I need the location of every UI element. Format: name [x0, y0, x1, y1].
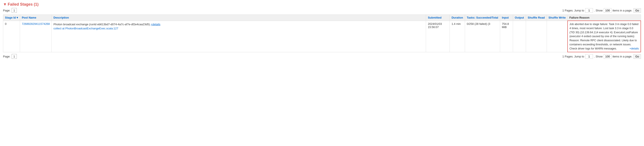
- page-number-top[interactable]: 1: [12, 8, 17, 13]
- page-label-top: Page:: [3, 9, 10, 12]
- cell-input: 754.8 MiB: [500, 21, 513, 52]
- show-label-top: . Show: [594, 9, 603, 12]
- page-number-bottom[interactable]: 1: [12, 54, 17, 59]
- failure-details-link[interactable]: +details: [630, 47, 639, 51]
- pagination-bottom: Page: 1 1 Pages. Jump to . Show items in…: [3, 54, 641, 59]
- col-pool-name[interactable]: Pool Name: [20, 15, 52, 21]
- table-row: 0 726892829411574268 Photon broadcast ex…: [3, 21, 641, 52]
- cell-tasks: 0/258 (28 failed) (3: [465, 21, 500, 52]
- go-button-bottom[interactable]: Go: [634, 54, 641, 59]
- section-title: ▼ Failed Stages (1): [3, 2, 641, 7]
- col-failure-reason: Failure Reason: [568, 15, 641, 21]
- cell-shuffle-read: [526, 21, 547, 52]
- col-shuffle-read[interactable]: Shuffle Read: [526, 15, 547, 21]
- col-tasks: Tasks: Succeeded/Total: [465, 15, 500, 21]
- cell-stage-id: 0: [3, 21, 20, 52]
- jump-input-top[interactable]: [585, 8, 593, 13]
- show-input-top[interactable]: [604, 8, 612, 13]
- col-output[interactable]: Output: [513, 15, 526, 21]
- col-description[interactable]: Description: [52, 15, 426, 21]
- pool-link[interactable]: 726892829411574268: [22, 22, 50, 26]
- cell-submitted: 2024/01/03 15:56:07: [426, 21, 450, 52]
- cell-failure-reason: Job aborted due to stage failure: Task 3…: [568, 21, 641, 52]
- cell-pool-name[interactable]: 726892829411574268: [20, 21, 52, 52]
- cell-description: Photon broadcast exchange (runId eb613bd…: [52, 21, 426, 52]
- table-header-row: Stage Id ▾ Pool Name Description Submitt…: [3, 15, 641, 21]
- failed-stages-table: Stage Id ▾ Pool Name Description Submitt…: [3, 15, 641, 52]
- jump-input-bottom[interactable]: [585, 54, 593, 59]
- desc-sub-link[interactable]: collect at PhotonBroadcastExchangeExec.s…: [54, 27, 118, 30]
- cell-output: [513, 21, 526, 52]
- arrow-icon: ▼: [3, 2, 7, 7]
- col-submitted[interactable]: Submitted: [426, 15, 450, 21]
- items-label-bottom: items in a page.: [612, 55, 632, 58]
- col-duration[interactable]: Duration: [450, 15, 465, 21]
- pages-info-top: 1 Pages. Jump to: [562, 9, 584, 12]
- pagination-top: Page: 1 1 Pages. Jump to . Show items in…: [3, 8, 641, 13]
- go-button-top[interactable]: Go: [634, 8, 641, 13]
- show-label-bottom: . Show: [594, 55, 603, 58]
- cell-duration: 1.4 min: [450, 21, 465, 52]
- items-label-top: items in a page.: [612, 9, 632, 12]
- desc-details-link[interactable]: +details: [150, 23, 160, 26]
- title-text: Failed Stages (1): [8, 2, 38, 7]
- page-label-bottom: Page:: [3, 55, 10, 58]
- col-input[interactable]: Input: [500, 15, 513, 21]
- col-shuffle-write[interactable]: Shuffle Write: [547, 15, 568, 21]
- col-stage-id[interactable]: Stage Id ▾: [3, 15, 20, 21]
- show-input-bottom[interactable]: [604, 54, 612, 59]
- desc-main-text: Photon broadcast exchange (runId eb613bd…: [54, 23, 150, 26]
- pages-info-bottom: 1 Pages. Jump to: [562, 55, 584, 58]
- cell-shuffle-write: [547, 21, 568, 52]
